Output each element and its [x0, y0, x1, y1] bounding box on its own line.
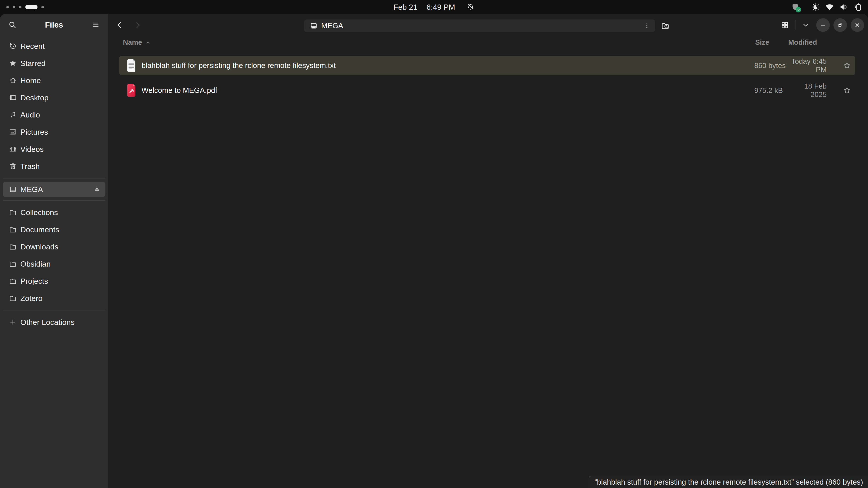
drive-icon [9, 186, 17, 193]
text-file-icon [126, 59, 136, 72]
sidebar-item-label: MEGA [20, 185, 43, 194]
workspace-dot[interactable] [13, 6, 15, 8]
videos-icon [9, 145, 17, 153]
sidebar-item-collections[interactable]: Collections [3, 204, 105, 221]
eject-icon[interactable] [94, 186, 100, 193]
audio-icon [9, 111, 17, 119]
column-header-size[interactable]: Size [755, 38, 788, 46]
location-menu-button[interactable] [642, 21, 652, 31]
sidebar-item-label: Obsidian [20, 260, 51, 268]
location-label: MEGA [321, 22, 343, 30]
workspace-active-pill[interactable] [25, 5, 37, 9]
time-label: 6:49 PM [427, 3, 455, 11]
sidebar-item-mega-drive[interactable]: MEGA [3, 182, 105, 197]
toolbar-divider [795, 20, 796, 30]
sidebar-item-label: Videos [20, 145, 43, 154]
file-row-pdf[interactable]: Welcome to MEGA.pdf 975.2 kB 18 Feb 2025 [119, 80, 855, 100]
sidebar-item-label: Pictures [20, 128, 48, 136]
files-window: Files Recent Starred Home Desktop [0, 14, 868, 488]
sidebar-item-downloads[interactable]: Downloads [3, 238, 105, 255]
sidebar-item-other-locations[interactable]: Other Locations [3, 314, 105, 331]
file-size: 860 bytes [754, 61, 787, 70]
sidebar-item-videos[interactable]: Videos [3, 140, 105, 158]
folder-icon [9, 208, 17, 216]
sidebar-item-trash[interactable]: Trash [3, 158, 105, 175]
sidebar-item-label: Collections [20, 208, 58, 217]
star-outline-icon [843, 87, 851, 94]
sidebar-item-projects[interactable]: Projects [3, 272, 105, 290]
content-pane: MEGA [108, 14, 868, 488]
hamburger-icon [92, 21, 100, 29]
sidebar-item-audio[interactable]: Audio [3, 106, 105, 123]
folder-icon [9, 260, 17, 268]
search-button[interactable] [5, 18, 20, 32]
workspace-indicator[interactable] [6, 5, 44, 9]
sidebar-item-label: Trash [20, 162, 40, 171]
minimize-button[interactable] [816, 18, 830, 32]
sidebar-item-label: Starred [20, 59, 46, 68]
file-modified: 18 Feb 2025 [787, 82, 839, 99]
kebab-menu-icon [644, 22, 650, 29]
volume-icon [839, 2, 848, 11]
list-column-headers: Name Size Modified [108, 36, 868, 49]
grid-view-button[interactable] [778, 18, 792, 32]
file-row-txt[interactable]: blahblah stuff for persisting the rclone… [119, 56, 855, 75]
sidebar-item-desktop[interactable]: Desktop [3, 89, 105, 106]
sidebar-item-zotero[interactable]: Zotero [3, 290, 105, 307]
star-toggle[interactable] [839, 62, 855, 69]
column-header-name[interactable]: Name [123, 38, 755, 46]
drive-icon [310, 22, 318, 30]
system-status-area[interactable] [791, 2, 868, 11]
sidebar-item-documents[interactable]: Documents [3, 221, 105, 238]
workspace-dot[interactable] [41, 6, 44, 8]
maximize-button[interactable] [833, 18, 847, 32]
sidebar-item-pictures[interactable]: Pictures [3, 123, 105, 140]
back-button[interactable] [113, 18, 127, 32]
sidebar-item-label: Documents [20, 225, 59, 234]
sidebar-item-label: Desktop [20, 93, 49, 102]
sidebar-item-label: Zotero [20, 294, 42, 303]
view-options-button[interactable] [799, 18, 813, 32]
search-current-folder-button[interactable] [658, 19, 672, 33]
sidebar-item-label: Recent [20, 42, 45, 51]
sidebar-divider [3, 310, 105, 311]
sidebar-item-label: Downloads [20, 242, 58, 251]
chevron-right-icon [133, 21, 142, 29]
close-button[interactable] [850, 18, 864, 32]
search-icon [8, 21, 17, 29]
folder-icon [9, 277, 17, 285]
header-bar: MEGA [108, 14, 868, 36]
date-label: Feb 21 [394, 3, 417, 11]
selection-status-bar: “blahblah stuff for persisting the rclon… [589, 476, 868, 488]
sidebar-item-starred[interactable]: Starred [3, 55, 105, 72]
main-menu-button[interactable] [89, 18, 103, 32]
clock-menu[interactable]: Feb 21 6:49 PM [394, 0, 474, 14]
folder-icon [9, 226, 17, 233]
selection-status-text: “blahblah stuff for persisting the rclon… [594, 478, 863, 486]
sidebar-item-home[interactable]: Home [3, 72, 105, 89]
sidebar: Files Recent Starred Home Desktop [0, 14, 108, 488]
folder-icon [9, 243, 17, 251]
system-top-bar: Feb 21 6:49 PM [0, 0, 868, 14]
star-icon [9, 59, 17, 67]
file-list: blahblah stuff for persisting the rclone… [108, 49, 868, 105]
star-toggle[interactable] [839, 87, 855, 94]
location-bar[interactable]: MEGA [304, 20, 655, 32]
sidebar-item-obsidian[interactable]: Obsidian [3, 255, 105, 272]
workspace-dot[interactable] [6, 6, 9, 8]
plus-icon [9, 318, 17, 326]
sidebar-item-label: Other Locations [20, 318, 74, 327]
workspace-dot[interactable] [19, 6, 22, 8]
sidebar-divider [3, 200, 105, 201]
close-icon [854, 22, 861, 29]
star-outline-icon [843, 62, 851, 69]
sidebar-item-recent[interactable]: Recent [3, 37, 105, 55]
file-name: blahblah stuff for persisting the rclone… [142, 61, 336, 70]
sidebar-item-label: Audio [20, 110, 40, 119]
sidebar-divider [3, 178, 105, 178]
recent-icon [9, 42, 17, 50]
column-header-modified[interactable]: Modified [788, 38, 868, 46]
folder-search-icon [661, 22, 670, 30]
forward-button[interactable] [131, 18, 145, 32]
file-modified: Today 6:45 PM [787, 57, 839, 74]
